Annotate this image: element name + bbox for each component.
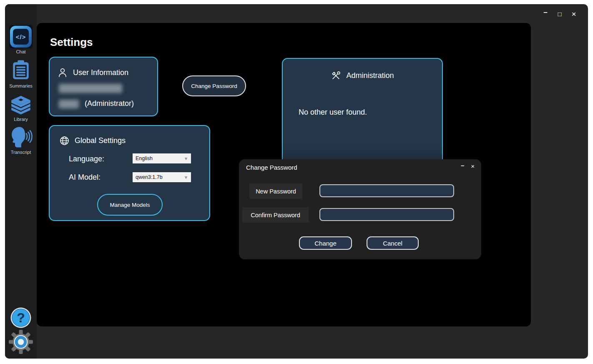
redacted-user-name xyxy=(59,84,122,93)
administration-empty-message: No other user found. xyxy=(299,108,367,117)
clipboard-icon xyxy=(10,58,31,83)
sidebar-item-chat[interactable]: </> Chat xyxy=(5,25,37,54)
settings-gear-button[interactable] xyxy=(5,329,37,354)
sidebar-item-label: Summaries xyxy=(9,83,33,88)
language-value: English xyxy=(136,156,153,161)
new-password-input[interactable] xyxy=(319,184,454,197)
close-button[interactable]: × xyxy=(570,10,578,18)
sidebar-item-label: Transcript xyxy=(11,150,31,155)
sidebar: </> Chat Summaries xyxy=(5,4,37,359)
dialog-title: Change Password xyxy=(246,164,297,171)
language-dropdown[interactable]: English ▼ xyxy=(133,153,191,163)
speaking-head-icon xyxy=(9,126,33,149)
sidebar-item-library[interactable]: Library xyxy=(5,92,37,122)
dialog-minimize-button[interactable]: – xyxy=(461,162,464,169)
confirm-password-label: Confirm Password xyxy=(242,207,309,223)
chevron-down-icon: ▼ xyxy=(184,175,188,180)
sidebar-item-summaries[interactable]: Summaries xyxy=(5,58,37,88)
svg-text:?: ? xyxy=(17,310,25,325)
desktop-background: – □ × </> Chat xyxy=(0,0,593,364)
dialog-close-button[interactable]: × xyxy=(471,163,475,170)
cancel-button[interactable]: Cancel xyxy=(367,236,419,250)
user-role: (Administrator) xyxy=(85,99,134,108)
dialog-window-controls: – × xyxy=(461,163,475,170)
page-title: Settings xyxy=(50,36,93,49)
ai-model-dropdown[interactable]: qwen3:1.7b ▼ xyxy=(133,172,191,182)
ai-model-value: qwen3:1.7b xyxy=(136,174,163,180)
question-icon: ? xyxy=(10,306,32,329)
user-information-title: User Information xyxy=(73,68,128,77)
chevron-down-icon: ▼ xyxy=(184,156,188,161)
chat-icon: </> xyxy=(9,25,33,48)
global-settings-title: Global Settings xyxy=(75,136,126,145)
new-password-label: New Password xyxy=(249,183,302,199)
manage-models-button[interactable]: Manage Models xyxy=(97,194,163,216)
globe-icon xyxy=(59,136,70,146)
sidebar-item-label: Chat xyxy=(16,49,25,54)
tools-icon xyxy=(331,70,341,81)
confirm-password-input[interactable] xyxy=(319,208,454,221)
app-window: – □ × </> Chat xyxy=(5,4,588,359)
window-controls: – □ × xyxy=(541,10,578,18)
gear-icon xyxy=(9,329,33,354)
sidebar-item-transcript[interactable]: Transcript xyxy=(5,126,37,155)
change-password-button[interactable]: Change Password xyxy=(182,75,246,96)
minimize-button[interactable]: – xyxy=(541,8,550,17)
language-label: Language: xyxy=(69,155,104,163)
sidebar-item-label: Library xyxy=(14,117,28,122)
redacted-user-handle xyxy=(59,100,79,108)
books-icon xyxy=(9,92,33,116)
change-password-dialog: Change Password – × New Password Confirm… xyxy=(239,159,481,259)
administration-title: Administration xyxy=(346,71,394,80)
user-icon xyxy=(57,67,68,78)
user-information-panel: User Information (Administrator) xyxy=(49,57,158,116)
global-settings-panel: Global Settings Language: English ▼ AI M… xyxy=(49,125,210,221)
maximize-button[interactable]: □ xyxy=(555,10,564,18)
ai-model-label: AI Model: xyxy=(69,173,101,182)
help-button[interactable]: ? xyxy=(5,306,37,329)
settings-page: Settings User Information (Administrator… xyxy=(37,23,531,326)
change-button[interactable]: Change xyxy=(299,236,352,250)
